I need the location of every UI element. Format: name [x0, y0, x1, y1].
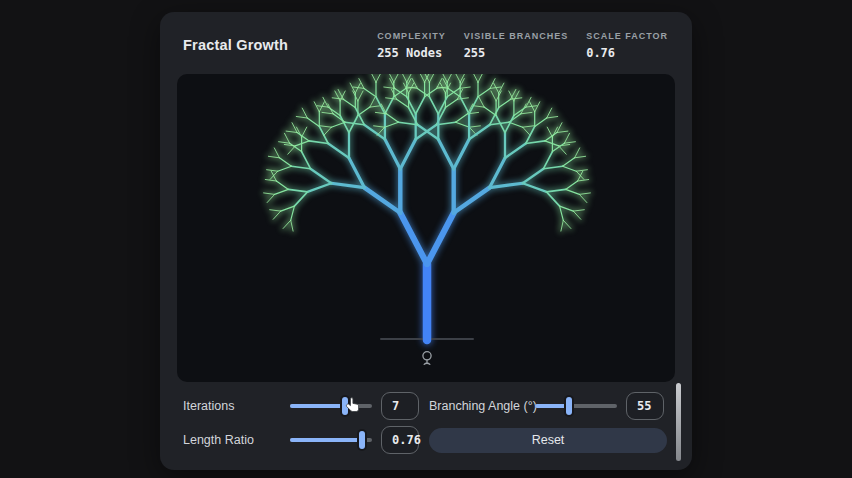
- controls-panel: Iterations 7 Branching Angle (°) 55 Leng…: [160, 382, 692, 457]
- vertical-scrollbar-thumb[interactable]: [676, 383, 681, 461]
- branching-angle-value-input[interactable]: 55: [626, 392, 664, 420]
- controls-row-1: Iterations 7 Branching Angle (°) 55: [183, 389, 669, 423]
- iterations-slider[interactable]: [290, 397, 372, 415]
- controls-row-2: Length Ratio 0.76 Reset: [183, 423, 669, 457]
- stat-visible-branches-label: Visible Branches: [464, 31, 569, 41]
- length-ratio-label: Length Ratio: [183, 433, 290, 447]
- branching-angle-slider-thumb[interactable]: [566, 397, 572, 415]
- stat-scale-factor-label: Scale Factor: [586, 31, 668, 41]
- stat-scale-factor: Scale Factor 0.76: [586, 31, 668, 60]
- length-ratio-value-input[interactable]: 0.76: [381, 426, 419, 454]
- branching-angle-slider-fill: [535, 404, 569, 408]
- stat-visible-branches-value: 255: [464, 46, 569, 60]
- stat-complexity-label: Complexity: [377, 31, 446, 41]
- panel-header: Fractal Growth Complexity 255 Nodes Visi…: [160, 12, 692, 74]
- length-ratio-slider-thumb[interactable]: [359, 431, 365, 449]
- reset-button[interactable]: Reset: [429, 428, 667, 453]
- iterations-label: Iterations: [183, 399, 290, 413]
- iterations-value-input[interactable]: 7: [381, 392, 419, 420]
- page-title: Fractal Growth: [183, 37, 288, 53]
- iterations-slider-thumb[interactable]: [342, 397, 348, 415]
- iterations-slider-fill: [290, 404, 345, 408]
- branching-angle-slider[interactable]: [535, 397, 617, 415]
- stat-complexity-value: 255 Nodes: [377, 46, 446, 60]
- stat-scale-factor-value: 0.76: [586, 46, 668, 60]
- tree-icon: [419, 350, 435, 367]
- length-ratio-slider[interactable]: [290, 431, 372, 449]
- fractal-growth-panel: Fractal Growth Complexity 255 Nodes Visi…: [160, 12, 692, 470]
- stat-visible-branches: Visible Branches 255: [464, 31, 569, 60]
- branching-angle-label: Branching Angle (°): [429, 399, 535, 413]
- stats-bar: Complexity 255 Nodes Visible Branches 25…: [377, 31, 668, 60]
- fractal-tree-visualization: [177, 74, 675, 382]
- length-ratio-slider-fill: [290, 438, 362, 442]
- fractal-canvas: [177, 74, 675, 382]
- stat-complexity: Complexity 255 Nodes: [377, 31, 446, 60]
